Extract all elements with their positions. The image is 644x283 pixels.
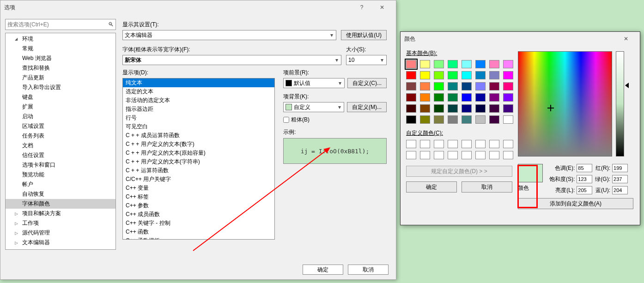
basic-color-swatch[interactable] [462,115,472,124]
tree-item[interactable]: 调试 [6,247,115,250]
add-to-custom-button[interactable]: 添加到自定义颜色(A) [518,198,633,209]
display-item[interactable]: 选定的文本 [123,87,274,96]
red-input[interactable] [612,164,628,172]
basic-color-swatch[interactable] [448,115,458,124]
custom-color-swatch[interactable] [489,140,499,148]
define-colors-button[interactable]: 规定自定义颜色(D) > > [406,166,512,177]
basic-color-swatch[interactable] [462,104,472,113]
custom-color-swatch[interactable] [489,151,499,159]
basic-color-swatch[interactable] [448,104,458,113]
lum-input[interactable] [577,186,592,194]
tree-item[interactable]: 启动 [6,112,115,121]
display-item[interactable]: C++ 函数模板 [123,236,274,240]
display-item[interactable]: C++ 标签 [123,193,274,201]
basic-color-swatch[interactable] [406,104,416,113]
tree-env[interactable]: 环境 [6,34,115,44]
tree-item[interactable]: 选项卡和窗口 [6,160,115,170]
basic-color-swatch[interactable] [489,60,499,68]
custom-color-swatch[interactable] [503,151,513,159]
display-item[interactable]: C + + 用户定义的文本(字符串) [123,157,274,166]
basic-color-swatch[interactable] [503,104,513,113]
tree-item[interactable]: 产品更新 [6,73,115,83]
display-item[interactable]: C/C++ 用户关键字 [123,175,274,184]
tree-item[interactable]: 帐户 [6,180,115,189]
custom-bg-button[interactable]: 自定义(M)... [347,102,387,112]
display-items-listbox[interactable]: 纯文本选定的文本非活动的选定文本指示器边距行号可见空白C + + 成员运算符函数… [122,78,275,240]
basic-color-swatch[interactable] [489,71,499,79]
bold-checkbox[interactable] [283,117,289,123]
size-dropdown[interactable]: 10 [346,55,387,65]
basic-color-swatch[interactable] [475,104,486,113]
item-fg-dropdown[interactable]: 默认值 [283,78,345,88]
display-item[interactable]: C++ 成员函数 [123,210,274,219]
custom-color-swatch[interactable] [462,140,472,148]
custom-color-swatch[interactable] [434,140,444,148]
search-input[interactable] [7,21,108,28]
basic-color-swatch[interactable] [475,93,486,102]
display-item[interactable]: C + + 运算符函数 [123,166,274,175]
basic-color-swatch[interactable] [406,82,416,90]
tree-item[interactable]: 键盘 [6,92,115,102]
tree-item[interactable]: 自动恢复 [6,189,115,199]
cancel-button[interactable]: 取消 [348,265,389,275]
basic-color-swatch[interactable] [475,71,486,79]
basic-color-swatch[interactable] [489,115,499,124]
help-button[interactable]: ? [352,1,372,14]
basic-color-swatch[interactable] [448,82,458,90]
tree-item[interactable]: Web 浏览器 [6,54,115,63]
tree-item[interactable]: 源代码管理 [6,228,115,238]
basic-color-swatch[interactable] [420,82,430,90]
sat-input[interactable] [577,175,592,183]
custom-color-swatch[interactable] [448,140,458,148]
luminance-bar[interactable] [616,51,624,157]
tree-item[interactable]: 区域设置 [6,121,115,131]
basic-color-swatch[interactable] [434,115,444,124]
display-item[interactable]: 非活动的选定文本 [123,96,274,105]
custom-color-swatch[interactable] [420,140,430,148]
basic-color-swatch[interactable] [406,93,416,102]
display-item[interactable]: 行号 [123,114,274,122]
tree-item-fonts-colors[interactable]: 字体和颜色 [6,199,115,209]
color-cancel-button[interactable]: 取消 [462,181,512,193]
basic-color-swatch[interactable] [462,71,472,79]
custom-fg-button[interactable]: 自定义(C)... [347,78,387,88]
basic-color-swatch[interactable] [406,115,416,124]
basic-color-swatch[interactable] [434,60,444,68]
tree-item[interactable]: 信任设置 [6,151,115,160]
font-dropdown[interactable]: 新宋体 [122,55,341,65]
custom-color-swatch[interactable] [475,151,486,159]
basic-color-swatch[interactable] [434,93,444,102]
show-settings-dropdown[interactable]: 文本编辑器 [122,30,336,40]
basic-color-swatch[interactable] [503,93,513,102]
basic-color-swatch[interactable] [406,60,416,68]
tree-item[interactable]: 导入和导出设置 [6,83,115,92]
custom-color-swatch[interactable] [475,140,486,148]
basic-color-swatch[interactable] [420,104,430,113]
close-button[interactable]: ✕ [372,1,392,14]
basic-color-swatch[interactable] [489,93,499,102]
color-spectrum[interactable] [518,51,612,157]
basic-color-swatch[interactable] [434,82,444,90]
basic-color-swatch[interactable] [503,82,513,90]
tree-item[interactable]: 任务列表 [6,131,115,141]
basic-color-swatch[interactable] [475,60,486,68]
basic-color-swatch[interactable] [420,93,430,102]
basic-color-swatch[interactable] [434,71,444,79]
custom-color-swatch[interactable] [448,151,458,159]
display-item[interactable]: C++ 关键字 - 控制 [123,219,274,228]
tree-item[interactable]: 扩展 [6,102,115,112]
basic-color-swatch[interactable] [420,60,430,68]
basic-color-swatch[interactable] [434,104,444,113]
hue-input[interactable] [577,164,592,172]
tree-item[interactable]: 文本编辑器 [6,238,115,247]
basic-color-swatch[interactable] [503,115,513,124]
color-ok-button[interactable]: 确定 [406,181,457,193]
basic-color-swatch[interactable] [489,104,499,113]
basic-color-swatch[interactable] [420,115,430,124]
basic-color-swatch[interactable] [503,71,513,79]
custom-color-swatch[interactable] [503,140,513,148]
item-bg-dropdown[interactable]: 自定义 [283,102,344,112]
display-item[interactable]: C + + 用户定义的文本(原始容量) [123,149,274,157]
tree-item[interactable]: 工作项 [6,218,115,228]
use-defaults-button[interactable]: 使用默认值(U) [341,30,387,40]
